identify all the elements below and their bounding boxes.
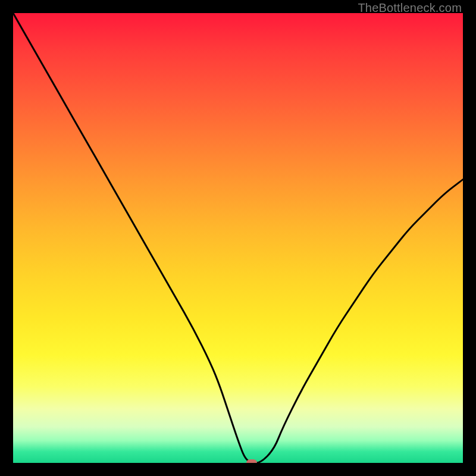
bottleneck-curve: [13, 13, 463, 463]
chart-frame: TheBottleneck.com: [0, 0, 476, 476]
optimal-marker: [246, 459, 257, 463]
plot-area: [13, 13, 463, 463]
